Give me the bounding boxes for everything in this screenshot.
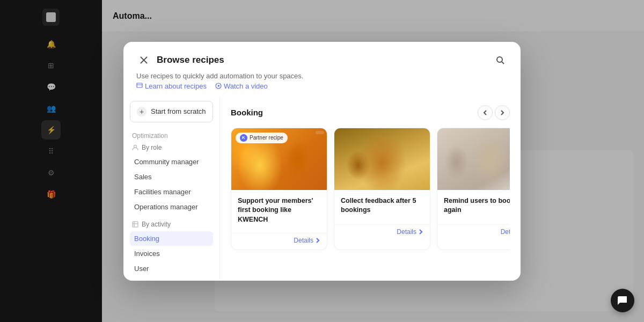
close-button[interactable] <box>136 53 151 68</box>
section-title: Booking <box>231 108 263 117</box>
nav-sales[interactable]: Sales <box>130 170 213 184</box>
card-2-title: Collect feedback after 5 bookings <box>341 196 423 216</box>
svg-rect-9 <box>133 222 138 227</box>
card-2-footer: Details <box>334 224 430 241</box>
svg-line-3 <box>502 62 504 64</box>
recipe-card-1[interactable]: K Partner recipe Support your members' f… <box>231 128 327 251</box>
svg-point-2 <box>497 57 502 62</box>
start-from-scratch-button[interactable]: + Start from scratch <box>130 101 213 122</box>
nav-arrows <box>478 105 510 120</box>
svg-rect-4 <box>137 83 142 87</box>
nav-community-manager[interactable]: Community manager <box>130 155 213 169</box>
card-2-image <box>334 128 430 190</box>
modal-sidebar-nav: + Start from scratch Optimization By rol… <box>123 97 220 281</box>
card-3-body: Remind users to book again <box>437 190 510 224</box>
card-3-image <box>437 128 510 190</box>
start-scratch-label: Start from scratch <box>151 107 206 115</box>
by-activity-label: By activity <box>142 221 171 228</box>
card-1-body: Support your members' first booking like… <box>231 190 327 233</box>
nav-invoices[interactable]: Invoices <box>130 246 213 261</box>
card-3-footer: Deta... <box>437 224 510 241</box>
partner-badge-label: Partner recipe <box>250 135 283 141</box>
nav-operations-manager[interactable]: Operations manager <box>130 200 213 214</box>
learn-recipes-link[interactable]: Learn about recipes <box>136 82 207 90</box>
recipe-card-3[interactable]: Remind users to book again Deta... <box>437 128 510 251</box>
nav-facilities-manager[interactable]: Facilities manager <box>130 185 213 199</box>
plus-icon: + <box>137 107 147 116</box>
chat-button[interactable] <box>611 289 634 312</box>
by-role-label: By role <box>142 144 162 151</box>
by-role-header: By role <box>130 142 213 153</box>
modal-title: Browse recipes <box>157 55 224 65</box>
nav-user[interactable]: User <box>130 261 213 276</box>
card-1-details-label: Details <box>294 237 313 244</box>
nav-booking[interactable]: Booking <box>130 231 213 246</box>
modal-header-left: Browse recipes <box>136 53 224 68</box>
optimization-label: Optimization <box>130 129 213 142</box>
card-1-footer: Details <box>231 233 327 250</box>
next-arrow-button[interactable] <box>495 105 510 120</box>
by-activity-header: By activity <box>130 218 213 230</box>
card-1-image: K Partner recipe <box>231 128 327 190</box>
svg-marker-7 <box>218 85 220 87</box>
recipe-cards-row: K Partner recipe Support your members' f… <box>231 128 510 251</box>
card-3-title: Remind users to book again <box>444 196 510 216</box>
partner-k-icon: K <box>240 134 247 142</box>
card-1-title: Support your members' first booking like… <box>238 196 320 225</box>
partner-badge: K Partner recipe <box>236 133 288 143</box>
card-1-details-link[interactable]: Details <box>294 237 320 244</box>
modal-search-button[interactable] <box>493 53 508 68</box>
card-3-details-link[interactable]: Deta... <box>501 228 510 236</box>
card-2-details-label: Details <box>397 228 416 236</box>
card-2-body: Collect feedback after 5 bookings <box>334 190 430 224</box>
card-3-details-label: Deta... <box>501 228 510 236</box>
prev-arrow-button[interactable] <box>478 105 493 120</box>
modal-links: Learn about recipes Watch a video <box>123 82 521 97</box>
section-header: Booking <box>231 105 510 120</box>
modal-recipes-content: Booking K Partner recipe <box>220 97 521 281</box>
modal-body: + Start from scratch Optimization By rol… <box>123 97 521 281</box>
modal-header: Browse recipes <box>123 42 521 68</box>
modal-subtitle: Use recipes to quickly add automation to… <box>123 68 521 82</box>
recipe-card-2[interactable]: Collect feedback after 5 bookings Detail… <box>334 128 430 251</box>
watch-video-label: Watch a video <box>224 82 268 90</box>
card-2-details-link[interactable]: Details <box>397 228 423 236</box>
learn-recipes-label: Learn about recipes <box>145 82 207 90</box>
watch-video-link[interactable]: Watch a video <box>215 82 268 90</box>
browse-recipes-modal: Browse recipes Use recipes to quickly ad… <box>123 42 521 281</box>
